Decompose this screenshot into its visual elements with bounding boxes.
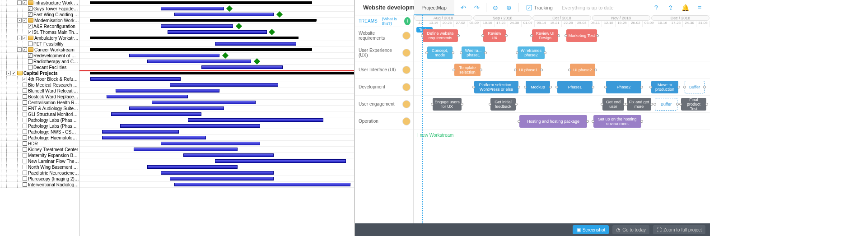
task-bar[interactable] [120, 124, 260, 128]
connector-dot[interactable] [460, 51, 462, 54]
task-bar[interactable] [201, 65, 283, 69]
tree-toggle[interactable]: - [17, 0, 22, 5]
task-bar[interactable] [147, 165, 238, 169]
avatar[interactable] [402, 32, 411, 40]
task-bar[interactable] [174, 183, 350, 186]
tree-checkbox[interactable] [23, 153, 27, 157]
tree-checkbox[interactable] [23, 0, 27, 5]
whatis-link[interactable]: (What is this?) [382, 17, 402, 26]
task-bar[interactable] [107, 95, 188, 98]
task-bar[interactable] [161, 142, 260, 145]
task-card[interactable]: Phase2 [606, 81, 641, 93]
connector-dot[interactable] [592, 120, 594, 123]
task-bar[interactable] [116, 89, 219, 93]
tree-checkbox[interactable] [23, 130, 27, 134]
task-card[interactable]: Phase1 [557, 81, 593, 93]
tree-checkbox[interactable] [23, 106, 27, 111]
task-card[interactable]: Mockup [526, 81, 550, 93]
tree-checkbox[interactable] [28, 42, 33, 46]
tree-row[interactable]: 4th Floor Block & Refurbishment [0, 76, 79, 82]
tree-checkbox[interactable] [23, 112, 27, 116]
tree-row[interactable]: Pathology Labs (Phase 2) [0, 123, 79, 129]
task-bar[interactable] [102, 130, 179, 134]
connector-dot[interactable] [568, 69, 571, 71]
workstream-row[interactable]: Website requirements [355, 27, 413, 44]
tree-row[interactable]: Bostock Ward Replacement of W. [0, 94, 79, 100]
task-bar[interactable] [90, 77, 181, 81]
task-card[interactable]: Move to production [651, 81, 678, 93]
tree-checkbox[interactable] [28, 12, 33, 17]
connector-dot[interactable] [604, 86, 607, 88]
tree-row[interactable]: Pluroscopy (Imaging 2) at St. Tho [0, 176, 79, 182]
connector-dot[interactable] [640, 86, 643, 88]
tree-checkbox[interactable] [23, 118, 27, 122]
tree-row[interactable]: Pathology: Haematology Day Ca [0, 135, 79, 141]
avatar[interactable] [402, 100, 411, 108]
connector-dot[interactable] [677, 86, 680, 88]
tree-checkbox[interactable] [23, 83, 27, 87]
summary-bar[interactable] [90, 72, 355, 74]
connector-dot[interactable] [452, 51, 454, 54]
timeline[interactable]: Aug / 2018Sep / 2018Oct / 2018Nov / 2018… [414, 15, 710, 223]
tree-checkbox[interactable] [12, 71, 16, 75]
tracking-toggle[interactable]: ✓ Tracking [527, 5, 553, 10]
tree-checkbox[interactable] [23, 94, 27, 99]
tree-row[interactable]: New Laminar Flow Theatre at Gu [0, 158, 79, 164]
milestone-diamond[interactable] [276, 11, 283, 18]
tree-row[interactable]: -Ambulatory Workstream [0, 35, 79, 41]
workstream-row[interactable]: Development [355, 79, 413, 96]
milestone-diamond[interactable] [236, 23, 242, 29]
connector-dot[interactable] [649, 86, 652, 88]
tree-checkbox[interactable] [28, 65, 33, 69]
new-workstream-link[interactable]: I new Workstream [417, 133, 453, 138]
help-icon[interactable]: ? [652, 4, 660, 12]
tree-checkbox[interactable] [23, 147, 27, 152]
connector-dot[interactable] [505, 34, 508, 37]
connector-dot[interactable] [705, 103, 708, 106]
task-bar[interactable] [161, 24, 233, 28]
undo-icon[interactable]: ↶ [459, 3, 468, 12]
task-bar[interactable] [170, 177, 274, 180]
tree-row[interactable]: A&E Reconfiguration [0, 23, 79, 29]
task-card[interactable]: Review UI Design [532, 29, 558, 42]
connector-dot[interactable] [421, 34, 424, 37]
summary-bar[interactable] [90, 37, 298, 39]
connector-dot[interactable] [457, 34, 460, 37]
task-bar[interactable] [102, 136, 206, 139]
zoom-out-icon[interactable]: ⊖ [491, 3, 500, 12]
tree-checkbox[interactable] [28, 53, 33, 58]
task-card[interactable]: Fix and get more [627, 98, 651, 111]
task-card[interactable]: Template selection [454, 64, 481, 76]
tree-row[interactable]: -Capital Projects [0, 70, 79, 76]
milestone-diamond[interactable] [269, 29, 275, 35]
zoom-full-button[interactable]: ⛶Zoom to full project [653, 225, 705, 234]
tree-row[interactable]: St. Thomas Main Theatres St. [0, 29, 79, 35]
tree-row[interactable]: Bio Medical Research Center & CR [0, 82, 79, 88]
tree-checkbox[interactable] [28, 59, 33, 64]
avatar[interactable] [402, 66, 411, 74]
tree-checkbox[interactable] [23, 47, 27, 52]
summary-bar[interactable] [90, 1, 312, 4]
avatar[interactable] [402, 83, 411, 91]
task-card[interactable]: Final product Test [681, 98, 706, 111]
task-card[interactable]: Set up on the hosting environment [593, 115, 641, 128]
task-card[interactable]: Wirefra... phase1 [462, 46, 485, 59]
screenshot-button[interactable]: ▣Screenshot [573, 225, 609, 234]
connector-dot[interactable] [650, 103, 653, 106]
tree-checkbox[interactable] [28, 24, 33, 28]
task-card[interactable]: Get initial feedback [490, 98, 516, 111]
connector-dot[interactable] [640, 120, 643, 123]
connector-dot[interactable] [683, 86, 686, 88]
tree-checkbox[interactable] [23, 135, 27, 140]
bell-icon[interactable]: 🔔 [681, 4, 689, 12]
connector-dot[interactable] [544, 51, 546, 54]
workstream-row[interactable]: User Experience (UX) [355, 44, 413, 61]
connector-dot[interactable] [489, 103, 491, 106]
task-card[interactable]: Wireframes phase2 [518, 46, 545, 59]
task-card[interactable]: Buffer [685, 81, 705, 93]
workstream-row[interactable]: Operation [355, 113, 413, 130]
task-card[interactable]: Review UX [483, 29, 506, 42]
tree-row[interactable]: Maternity Expansion Business Cas [0, 153, 79, 158]
tree-checkbox[interactable] [23, 77, 27, 81]
menu-icon[interactable]: ≡ [695, 4, 704, 12]
